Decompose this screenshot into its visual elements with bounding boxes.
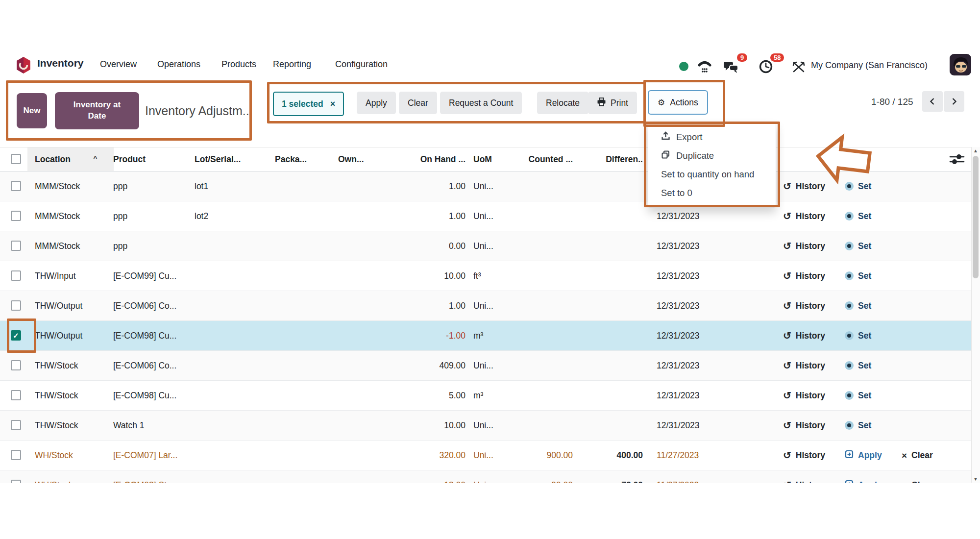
relocate-button[interactable]: Relocate bbox=[537, 92, 588, 114]
table-row[interactable]: MMM/Stock ppp lot2 1.00 Uni... 12/31/202… bbox=[0, 201, 980, 231]
table-row[interactable]: WH/Stock [E-COM07] Lar... 320.00 Uni... … bbox=[0, 441, 980, 470]
header-location[interactable]: Location bbox=[35, 147, 109, 171]
menu-item-set-to-quantity-on-hand[interactable]: Set to quantity on hand bbox=[648, 165, 776, 184]
history-button[interactable]: ↺ History bbox=[783, 291, 825, 320]
cell-on-hand: 1.00 bbox=[372, 201, 466, 231]
set-button[interactable]: Set bbox=[845, 381, 871, 410]
cell-counted[interactable] bbox=[485, 291, 573, 320]
cell-counted[interactable] bbox=[485, 321, 573, 350]
history-button[interactable]: ↺ History bbox=[783, 411, 825, 440]
menu-item-export[interactable]: Export bbox=[648, 128, 776, 147]
menu-item-duplicate[interactable]: Duplicate bbox=[648, 147, 776, 165]
row-checkbox[interactable] bbox=[11, 480, 21, 483]
deselect-icon[interactable]: × bbox=[330, 99, 336, 109]
cell-counted[interactable] bbox=[485, 381, 573, 410]
table-row[interactable]: THW/Stock [E-COM98] Cu... 5.00 m³ 12/31/… bbox=[0, 381, 980, 411]
history-button[interactable]: ↺ History bbox=[783, 381, 825, 410]
set-button[interactable]: Set bbox=[845, 201, 871, 231]
header-difference[interactable]: Differen.. bbox=[574, 147, 643, 171]
history-button[interactable]: ↺ History bbox=[783, 201, 825, 231]
cell-counted[interactable]: 900.00 bbox=[485, 441, 573, 470]
cell-counted[interactable] bbox=[485, 201, 573, 231]
user-avatar[interactable] bbox=[950, 54, 971, 77]
scrollbar-up-icon[interactable]: ▲ bbox=[973, 148, 978, 153]
menu-configuration[interactable]: Configuration bbox=[335, 59, 388, 70]
history-button[interactable]: ↺ History bbox=[783, 470, 825, 483]
cell-difference bbox=[574, 261, 643, 291]
row-apply-button[interactable]: Apply bbox=[845, 441, 882, 470]
header-on-hand[interactable]: On Hand ... bbox=[372, 147, 466, 171]
table-row[interactable]: THW/Stock [E-COM06] Co... 409.00 Uni... … bbox=[0, 351, 980, 381]
table-row[interactable]: ✓ THW/Output [E-COM98] Cu... -1.00 m³ 12… bbox=[0, 321, 980, 351]
header-package[interactable]: Packa... bbox=[275, 147, 329, 171]
set-button[interactable]: Set bbox=[845, 411, 871, 440]
history-icon: ↺ bbox=[783, 450, 791, 460]
apply-button[interactable]: Apply bbox=[357, 92, 396, 114]
odoo-app-logo[interactable] bbox=[15, 56, 32, 74]
cell-counted[interactable]: 90.00 bbox=[485, 470, 573, 483]
table-row[interactable]: THW/Stock Watch 1 10.00 Uni... 12/31/202… bbox=[0, 411, 980, 441]
history-button[interactable]: ↺ History bbox=[783, 261, 825, 291]
menu-item-set-to-0[interactable]: Set to 0 bbox=[648, 184, 776, 202]
row-checkbox[interactable] bbox=[11, 211, 21, 221]
selected-count-chip[interactable]: 1 selected × bbox=[273, 92, 344, 116]
menu-products[interactable]: Products bbox=[221, 59, 256, 70]
vertical-scrollbar[interactable]: ▲ ▼ bbox=[971, 147, 980, 483]
pager-prev-button[interactable] bbox=[922, 91, 943, 112]
row-checkbox[interactable] bbox=[11, 241, 21, 251]
row-checkbox[interactable]: ✓ bbox=[11, 330, 21, 341]
scrollbar-down-icon[interactable]: ▼ bbox=[973, 476, 978, 482]
actions-button[interactable]: ⚙ Actions bbox=[648, 90, 708, 115]
row-checkbox[interactable] bbox=[11, 181, 21, 191]
header-lot-serial[interactable]: Lot/Serial... bbox=[195, 147, 268, 171]
cell-counted[interactable] bbox=[485, 351, 573, 380]
table-row[interactable]: THW/Output [E-COM06] Co... 1.00 Uni... 1… bbox=[0, 291, 980, 321]
cell-counted[interactable] bbox=[485, 172, 573, 201]
history-button[interactable]: ↺ History bbox=[783, 321, 825, 350]
activities-clock-icon[interactable] bbox=[759, 59, 773, 76]
history-button[interactable]: ↺ History bbox=[783, 351, 825, 380]
menu-reporting[interactable]: Reporting bbox=[273, 59, 311, 70]
voip-phone-icon[interactable] bbox=[697, 59, 712, 75]
row-checkbox[interactable] bbox=[11, 300, 21, 311]
set-button[interactable]: Set bbox=[845, 321, 871, 350]
set-button[interactable]: Set bbox=[845, 351, 871, 380]
select-all-checkbox[interactable] bbox=[11, 154, 21, 164]
row-checkbox[interactable] bbox=[11, 420, 21, 430]
row-apply-button[interactable]: Apply bbox=[845, 470, 882, 483]
messages-icon[interactable] bbox=[723, 61, 740, 76]
pager-next-button[interactable] bbox=[944, 91, 964, 112]
row-clear-button[interactable]: × Clear bbox=[902, 441, 933, 470]
row-clear-button[interactable]: × Clear bbox=[902, 470, 933, 483]
row-checkbox[interactable] bbox=[11, 360, 21, 370]
history-button[interactable]: ↺ History bbox=[783, 441, 825, 470]
history-button[interactable]: ↺ History bbox=[783, 231, 825, 261]
cell-counted[interactable] bbox=[485, 231, 573, 261]
header-counted[interactable]: Counted ... bbox=[485, 147, 573, 171]
cell-location: THW/Output bbox=[35, 291, 109, 320]
row-checkbox[interactable] bbox=[11, 450, 21, 460]
set-button[interactable]: Set bbox=[845, 291, 871, 320]
print-button[interactable]: Print bbox=[588, 92, 637, 114]
table-row[interactable]: WH/Stock [E-COM08] St... 18.00 Uni... 90… bbox=[0, 470, 980, 483]
company-switcher[interactable]: My Company (San Francisco) bbox=[811, 60, 928, 71]
cell-counted[interactable] bbox=[485, 411, 573, 440]
header-product[interactable]: Product bbox=[113, 147, 192, 171]
new-button[interactable]: New bbox=[17, 93, 47, 128]
set-button[interactable]: Set bbox=[845, 261, 871, 291]
crossed-arrows-icon[interactable] bbox=[792, 61, 806, 75]
row-checkbox[interactable] bbox=[11, 270, 21, 281]
adjust-columns-icon[interactable] bbox=[949, 153, 965, 168]
menu-operations[interactable]: Operations bbox=[157, 59, 200, 70]
request-a-count-button[interactable]: Request a Count bbox=[440, 92, 522, 114]
table-row[interactable]: THW/Input [E-COM99] Cu... 10.00 ft³ 12/3… bbox=[0, 261, 980, 291]
inventory-at-date-button[interactable]: Inventory at Date bbox=[55, 92, 139, 129]
clear-button[interactable]: Clear bbox=[399, 92, 437, 114]
set-label: Set bbox=[858, 241, 871, 251]
scrollbar-thumb[interactable] bbox=[973, 156, 979, 278]
set-button[interactable]: Set bbox=[845, 231, 871, 261]
row-checkbox[interactable] bbox=[11, 390, 21, 400]
table-row[interactable]: MMM/Stock ppp 0.00 Uni... 12/31/2023 ↺ H… bbox=[0, 231, 980, 261]
cell-counted[interactable] bbox=[485, 261, 573, 291]
menu-overview[interactable]: Overview bbox=[100, 59, 137, 70]
